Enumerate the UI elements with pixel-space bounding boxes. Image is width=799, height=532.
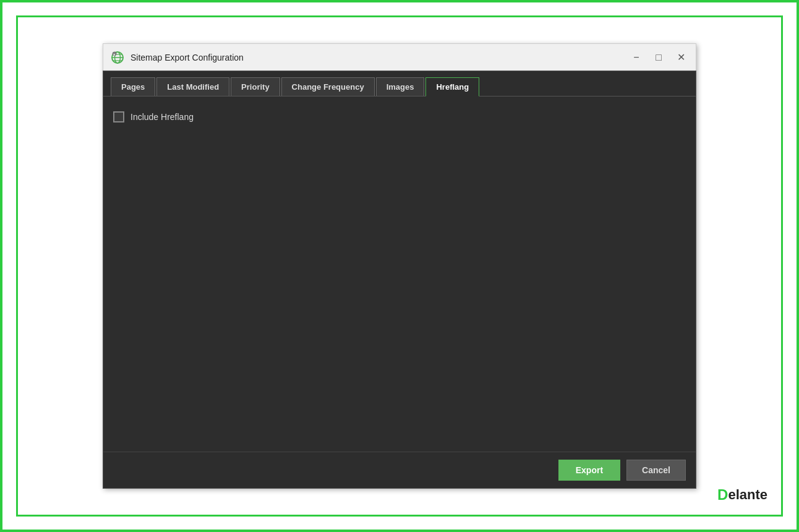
outer-border: ✱ Sitemap Export Configuration − □ ✕ Pag…: [16, 15, 783, 517]
close-button[interactable]: ✕: [673, 50, 688, 65]
branding: Delante: [717, 486, 767, 504]
title-bar: ✱ Sitemap Export Configuration − □ ✕: [103, 43, 696, 71]
tab-bar: Pages Last Modified Priority Change Freq…: [103, 71, 696, 97]
maximize-button[interactable]: □: [651, 50, 666, 65]
tab-last-modified[interactable]: Last Modified: [156, 77, 229, 96]
dialog-title: Sitemap Export Configuration: [130, 53, 623, 62]
tab-content-hreflang: Include Hreflang: [103, 97, 696, 452]
tab-change-frequency[interactable]: Change Frequency: [281, 77, 375, 96]
branding-d: D: [717, 486, 728, 504]
window-controls: − □ ✕: [629, 50, 688, 65]
tab-pages[interactable]: Pages: [111, 77, 155, 96]
tab-priority[interactable]: Priority: [231, 77, 280, 96]
include-hreflang-checkbox[interactable]: [113, 111, 124, 122]
branding-suffix: elante: [728, 487, 767, 503]
dialog-footer: Export Cancel: [103, 452, 696, 488]
dialog-body: Pages Last Modified Priority Change Freq…: [103, 71, 696, 489]
app-icon: ✱: [111, 51, 124, 64]
tab-images[interactable]: Images: [376, 77, 425, 96]
tab-hreflang[interactable]: Hreflang: [425, 77, 479, 97]
dialog-window: ✱ Sitemap Export Configuration − □ ✕ Pag…: [103, 43, 696, 489]
include-hreflang-label: Include Hreflang: [130, 112, 194, 122]
minimize-button[interactable]: −: [629, 50, 644, 65]
export-button[interactable]: Export: [558, 460, 620, 481]
include-hreflang-row: Include Hreflang: [113, 111, 686, 122]
cancel-button[interactable]: Cancel: [626, 460, 686, 481]
